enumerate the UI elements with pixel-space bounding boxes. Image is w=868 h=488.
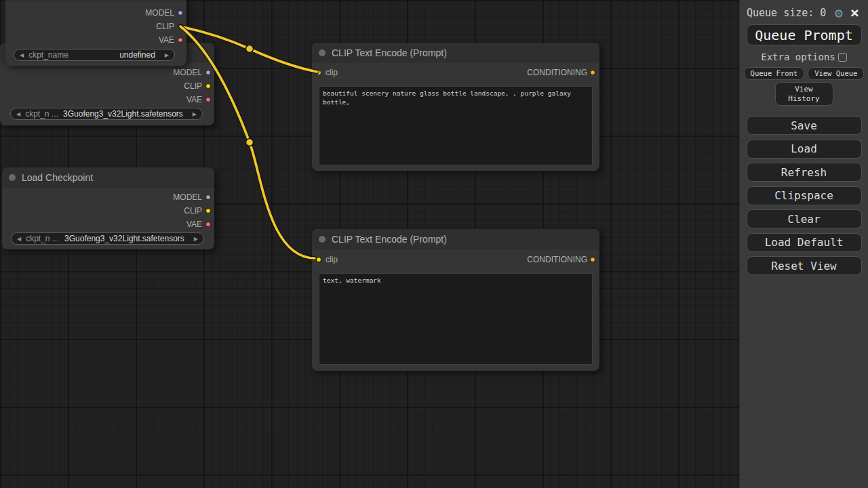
- clip-input-port-icon[interactable]: [316, 257, 321, 262]
- output-slot-clip: CLIP: [2, 204, 214, 218]
- menu-button-stack: Save Load Refresh Clipspace Clear Load D…: [740, 116, 868, 275]
- output-slot-vae: VAE: [0, 93, 214, 106]
- clip-port-icon[interactable]: [205, 208, 211, 214]
- node-title-bar[interactable]: CLIP Text Encode (Prompt): [312, 43, 599, 63]
- clip-port-icon[interactable]: [178, 24, 183, 29]
- collapse-dot-icon[interactable]: [9, 174, 16, 181]
- output-slot-vae: VAE: [5, 33, 186, 47]
- output-slot-model: MODEL: [0, 66, 214, 79]
- prompt-textarea[interactable]: text, watermark: [319, 273, 593, 365]
- queue-buttons-row: Queue Front View Queue: [740, 67, 868, 80]
- node-title-bar[interactable]: Load Checkpoint: [2, 167, 214, 188]
- conditioning-port-icon[interactable]: [590, 70, 595, 75]
- collapse-dot-icon[interactable]: [319, 49, 326, 56]
- load-button[interactable]: Load: [747, 140, 862, 159]
- extra-options-row: Extra options: [740, 52, 868, 62]
- input-label: clip: [326, 255, 338, 264]
- view-history-line1: View: [776, 85, 833, 94]
- link-midpoint-dot[interactable]: [246, 139, 254, 146]
- arrow-left-icon[interactable]: ◀: [17, 236, 21, 242]
- ckpt-name-combo-widget[interactable]: ◀ ckpt_name undefined ▶: [14, 49, 175, 61]
- output-label: VAE: [186, 95, 202, 104]
- widget-label: ckpt_n ...: [26, 234, 59, 243]
- collapse-dot-icon[interactable]: [319, 236, 326, 243]
- output-slot-clip: CLIP: [0, 79, 214, 93]
- settings-gear-icon[interactable]: ⚙: [835, 6, 843, 20]
- extra-options-checkbox[interactable]: [838, 53, 847, 62]
- output-slot-model: MODEL: [2, 190, 214, 204]
- save-button[interactable]: Save: [747, 116, 862, 135]
- output-label: CLIP: [184, 206, 202, 216]
- close-icon[interactable]: ×: [850, 6, 859, 20]
- node-title-bar[interactable]: [5, 0, 186, 2]
- output-slot-vae: VAE: [2, 218, 214, 231]
- view-history-button[interactable]: View History: [775, 82, 833, 106]
- clip-port-icon[interactable]: [205, 83, 211, 89]
- model-port-icon[interactable]: [205, 70, 211, 75]
- arrow-left-icon[interactable]: ◀: [16, 111, 20, 117]
- output-label: MODEL: [145, 8, 174, 18]
- output-label: CLIP: [184, 81, 202, 91]
- vae-port-icon[interactable]: [178, 37, 183, 43]
- queue-size-label: Queue size: 0: [747, 7, 835, 19]
- arrow-right-icon[interactable]: ▶: [193, 111, 197, 117]
- widget-value: 3Guofeng3_v32Light.safetensors: [63, 109, 183, 119]
- arrow-right-icon[interactable]: ▶: [165, 52, 169, 58]
- output-slot-clip: CLIP: [5, 20, 186, 33]
- clear-button[interactable]: Clear: [747, 209, 862, 228]
- clip-input-port-icon[interactable]: [316, 70, 321, 75]
- model-port-icon[interactable]: [178, 10, 183, 16]
- output-label: CLIP: [156, 22, 174, 31]
- node-load-checkpoint[interactable]: Load Checkpoint MODEL CLIP VAE ◀ ckpt_n …: [2, 167, 214, 249]
- node-graph-canvas[interactable]: MODEL CLIP VAE ◀ ckpt_n ... 3Guofeng3_v3…: [0, 0, 739, 488]
- output-label: VAE: [159, 35, 174, 45]
- vae-port-icon[interactable]: [205, 97, 211, 102]
- prompt-textarea[interactable]: beautiful scenery nature glass bottle la…: [319, 86, 593, 165]
- widget-value: 3Guofeng3_v32Light.safetensors: [64, 234, 184, 243]
- output-label: VAE: [186, 220, 202, 229]
- clipspace-button[interactable]: Clipspace: [747, 186, 862, 205]
- input-label: clip: [326, 68, 338, 77]
- node-title-bar[interactable]: CLIP Text Encode (Prompt): [312, 229, 599, 249]
- widget-label: ckpt_n ...: [25, 109, 58, 119]
- output-slot-model: MODEL: [5, 6, 186, 20]
- node-title: Load Checkpoint: [22, 172, 93, 183]
- node-clip-text-encode-negative[interactable]: CLIP Text Encode (Prompt) clip CONDITION…: [312, 229, 599, 371]
- arrow-left-icon[interactable]: ◀: [20, 52, 24, 58]
- io-slot-row: clip CONDITIONING: [312, 253, 599, 266]
- refresh-button[interactable]: Refresh: [747, 163, 862, 182]
- arrow-right-icon[interactable]: ▶: [194, 236, 198, 242]
- conditioning-port-icon[interactable]: [590, 257, 595, 262]
- view-queue-button[interactable]: View Queue: [808, 67, 864, 80]
- io-slot-row: clip CONDITIONING: [312, 66, 599, 79]
- comfy-menu-panel: Queue size: 0 ⚙ × Queue Prompt Extra opt…: [739, 0, 868, 488]
- node-title: CLIP Text Encode (Prompt): [332, 234, 447, 245]
- reset-view-button[interactable]: Reset View: [747, 256, 862, 275]
- queue-prompt-button[interactable]: Queue Prompt: [747, 24, 862, 45]
- link-midpoint-dot[interactable]: [246, 45, 254, 53]
- node-load-checkpoint-top[interactable]: MODEL CLIP VAE ◀ ckpt_name undefined ▶: [5, 0, 186, 66]
- output-label: MODEL: [173, 192, 202, 202]
- extra-options-label: Extra options: [761, 52, 835, 62]
- widget-label: ckpt_name: [28, 50, 68, 60]
- model-port-icon[interactable]: [205, 195, 211, 200]
- widget-value: undefined: [119, 50, 155, 60]
- vae-port-icon[interactable]: [205, 222, 211, 227]
- output-label: MODEL: [173, 68, 202, 77]
- queue-front-button[interactable]: Queue Front: [744, 67, 805, 80]
- menu-header: Queue size: 0 ⚙ ×: [740, 0, 868, 22]
- ckpt-name-combo-widget[interactable]: ◀ ckpt_n ... 3Guofeng3_v32Light.safetens…: [11, 232, 204, 245]
- output-label: CONDITIONING: [527, 68, 587, 77]
- node-title: CLIP Text Encode (Prompt): [332, 47, 447, 58]
- output-label: CONDITIONING: [527, 255, 587, 264]
- view-history-line2: History: [776, 94, 833, 104]
- ckpt-name-combo-widget[interactable]: ◀ ckpt_n ... 3Guofeng3_v32Light.safetens…: [10, 108, 203, 120]
- node-clip-text-encode-positive[interactable]: CLIP Text Encode (Prompt) clip CONDITION…: [312, 43, 599, 171]
- load-default-button[interactable]: Load Default: [747, 233, 862, 252]
